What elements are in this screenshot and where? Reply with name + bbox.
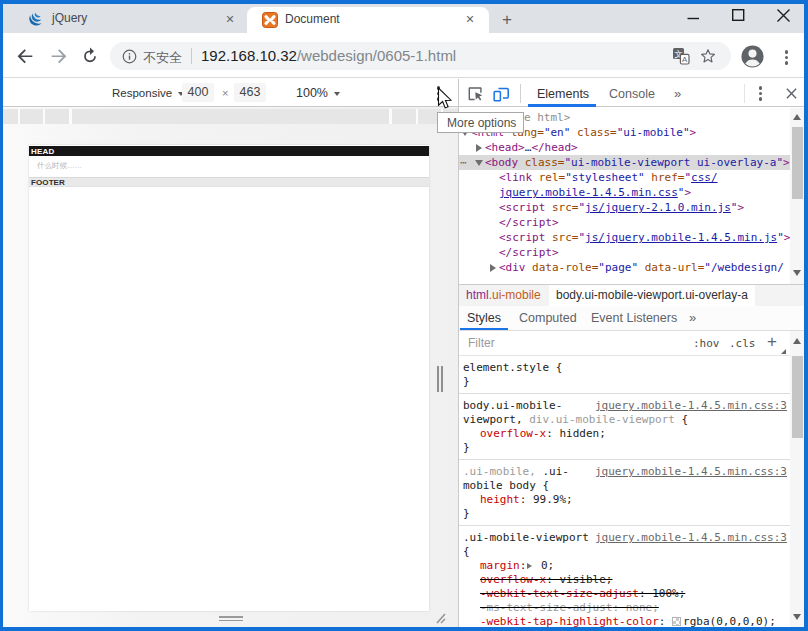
style-declaration[interactable]: -webkit-tap-highlight-color: rgba(0,0,0,…: [463, 615, 788, 627]
devtools-menu-button[interactable]: [758, 86, 763, 103]
profile-avatar[interactable]: [740, 44, 765, 69]
style-declaration[interactable]: {: [463, 545, 788, 559]
dom-row[interactable]: </script>: [459, 215, 790, 230]
window-minimize-button[interactable]: [684, 8, 702, 24]
style-declaration[interactable]: overflow-x: hidden;: [463, 427, 788, 441]
sidebar-more-tabs-button[interactable]: »: [689, 310, 696, 325]
media-query-gap: [389, 109, 392, 124]
style-rule[interactable]: jquery.mobile-1.4.5.min.css:3.ui-mobile-…: [459, 526, 790, 627]
dom-row[interactable]: <head>…</head>: [459, 140, 790, 155]
new-tab-button[interactable]: +: [497, 10, 517, 30]
device-zoom-select[interactable]: 100%: [296, 86, 340, 100]
dom-row[interactable]: </script>: [459, 245, 790, 260]
collapsed-arrow-icon[interactable]: [476, 144, 482, 152]
style-rule[interactable]: element.style {}: [459, 356, 790, 394]
device-height-input[interactable]: 463: [234, 83, 266, 102]
tab-close-icon[interactable]: ×: [462, 11, 478, 27]
devtools-close-button[interactable]: [785, 87, 798, 100]
info-icon[interactable]: [122, 49, 137, 64]
scroll-down-arrow[interactable]: [793, 614, 801, 620]
tab-event-listeners[interactable]: Event Listeners: [591, 311, 677, 325]
toggle-class-button[interactable]: .cls: [729, 337, 756, 350]
tab-title: Document: [285, 12, 340, 26]
style-declaration[interactable]: height: 99.9%;: [463, 493, 788, 507]
style-rule[interactable]: jquery.mobile-1.4.5.min.css:3.ui-mobile,…: [459, 460, 790, 526]
styles-pane[interactable]: element.style {}jquery.mobile-1.4.5.min.…: [459, 356, 790, 627]
style-declaration[interactable]: margin: 0;: [463, 559, 788, 573]
style-declaration[interactable]: .ui-mobile-viewport: [463, 531, 788, 545]
dom-row[interactable]: <script src="js/jquery-2.1.0.min.js">: [459, 200, 790, 215]
scrollbar-thumb[interactable]: [792, 356, 803, 438]
media-query-bar[interactable]: [3, 109, 458, 124]
security-label[interactable]: 不安全: [143, 49, 182, 67]
page-header-bar: HEAD: [29, 146, 429, 156]
tab-jquery[interactable]: jQuery ×: [8, 4, 246, 33]
collapsed-arrow-icon[interactable]: [490, 264, 496, 272]
device-toolbar-toggle-icon[interactable]: [493, 85, 510, 102]
style-declaration[interactable]: }: [463, 507, 788, 521]
browser-menu-button[interactable]: [784, 50, 789, 67]
style-declaration[interactable]: }: [463, 441, 788, 455]
url-text[interactable]: 192.168.10.32/webdesign/0605-1.html: [201, 47, 456, 64]
scroll-up-arrow[interactable]: [793, 114, 801, 120]
styles-filter-input[interactable]: Filter: [468, 336, 495, 350]
forward-button[interactable]: [47, 44, 71, 68]
devtools-tab-console[interactable]: Console: [609, 87, 655, 101]
dom-tree[interactable]: <!doctype html><html lang="en" class="ui…: [459, 107, 790, 284]
inspect-element-icon[interactable]: [467, 85, 484, 102]
scroll-up-arrow[interactable]: [793, 338, 801, 344]
dom-row[interactable]: ⋯<body class="ui-mobile-viewport ui-over…: [459, 155, 790, 170]
viewport-height-handle[interactable]: [219, 616, 243, 623]
window-close-button[interactable]: [774, 7, 792, 23]
tab-title: jQuery: [52, 11, 87, 25]
window-maximize-button[interactable]: [729, 7, 747, 23]
style-declaration[interactable]: body.ui-mobile-: [463, 399, 788, 413]
devtools-split-handle[interactable]: [437, 366, 445, 392]
breadcrumb-body[interactable]: body.ui-mobile-viewport.ui-overlay-a: [549, 285, 755, 306]
style-declaration[interactable]: .ui-mobile, .ui-: [463, 465, 788, 479]
style-rule[interactable]: jquery.mobile-1.4.5.min.css:3body.ui-mob…: [459, 394, 790, 460]
new-style-rule-button[interactable]: +: [767, 332, 777, 352]
toolbar-separator: [520, 84, 521, 103]
reload-button[interactable]: [78, 44, 102, 68]
devtools-tab-elements[interactable]: Elements: [537, 87, 589, 101]
style-declaration[interactable]: overflow-x: visible;: [463, 573, 788, 587]
node-menu-icon[interactable]: ⋯: [460, 155, 467, 170]
dimension-separator: ×: [222, 87, 228, 99]
toggle-hover-state-button[interactable]: :hov: [693, 337, 720, 350]
dom-row[interactable]: <link rel="stylesheet" href="css/: [459, 170, 790, 185]
tab-close-icon[interactable]: ×: [222, 11, 238, 27]
dom-scrollbar[interactable]: [790, 108, 804, 284]
emulated-page[interactable]: HEAD 什么时候…… FOOTER: [29, 145, 429, 611]
style-declaration[interactable]: -ms-text-size-adjust: none;: [463, 601, 788, 615]
device-width-input[interactable]: 400: [182, 83, 214, 102]
media-query-gap: [43, 109, 46, 124]
style-declaration[interactable]: }: [463, 375, 788, 389]
media-query-gap: [416, 109, 419, 124]
tab-document[interactable]: Document ×: [247, 7, 489, 33]
styles-scrollbar[interactable]: [790, 331, 804, 627]
style-declaration[interactable]: viewport, div.ui-mobile-viewport {: [463, 413, 788, 427]
color-swatch[interactable]: [672, 617, 681, 626]
style-declaration[interactable]: mobile body {: [463, 479, 788, 493]
back-button[interactable]: [13, 44, 37, 68]
style-declaration[interactable]: element.style {: [463, 361, 788, 375]
dom-row[interactable]: jquery.mobile-1.4.5.min.css">: [459, 185, 790, 200]
xampp-favicon-icon: [262, 12, 278, 28]
tab-styles[interactable]: Styles: [467, 311, 501, 325]
tab-computed[interactable]: Computed: [519, 311, 577, 325]
style-declaration[interactable]: -webkit-text-size-adjust: 100%;: [463, 587, 788, 601]
expand-shorthand-icon[interactable]: [527, 563, 532, 569]
dom-row[interactable]: <script src="js/jquery.mobile-1.4.5.min.…: [459, 230, 790, 245]
translate-icon[interactable]: 文 A: [672, 47, 690, 65]
breadcrumb-html[interactable]: html.ui-mobile: [466, 285, 541, 306]
device-mode-select[interactable]: Responsive: [112, 87, 184, 99]
devtools-more-tabs-button[interactable]: »: [674, 86, 681, 101]
scrollbar-thumb[interactable]: [792, 127, 803, 199]
scroll-down-arrow[interactable]: [793, 270, 801, 276]
viewport-corner-resize-handle[interactable]: [431, 611, 447, 624]
bookmark-star-icon[interactable]: [699, 47, 717, 65]
dom-row[interactable]: <div data-role="page" data-url="/webdesi…: [459, 260, 790, 275]
styles-filter-row: Filter :hov .cls +: [459, 331, 790, 356]
expanded-arrow-icon[interactable]: [475, 160, 483, 166]
